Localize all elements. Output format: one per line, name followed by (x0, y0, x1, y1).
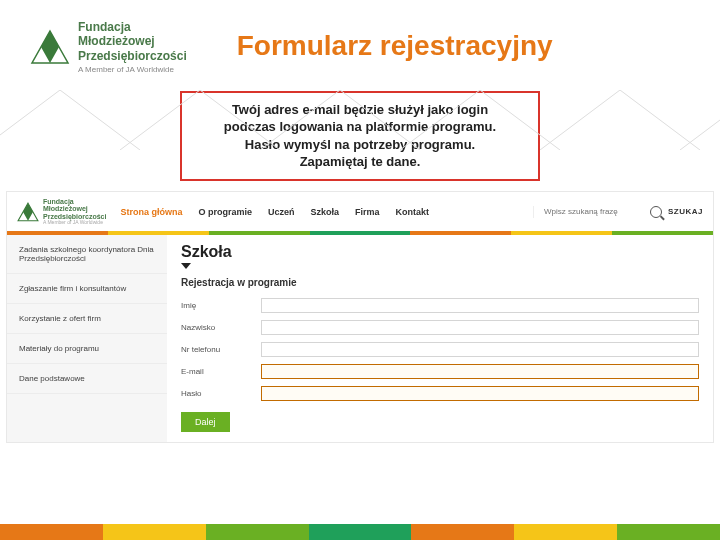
sidebar-item-tasks[interactable]: Zadania szkolnego koordynatora Dnia Prze… (7, 235, 167, 274)
sidebar-item-submit[interactable]: Zgłaszanie firm i konsultantów (7, 274, 167, 304)
label-password: Hasło (181, 389, 261, 398)
sidebar-item-materials[interactable]: Materiały do programu (7, 334, 167, 364)
search-icon[interactable] (650, 206, 662, 218)
org-logo: Fundacja Młodzieżowej Przedsiębiorczości… (30, 20, 187, 75)
phone-field[interactable] (261, 342, 699, 357)
email-field[interactable] (261, 364, 699, 379)
chevron-down-icon (181, 263, 191, 269)
nav-contact[interactable]: Kontakt (396, 207, 430, 217)
app-logo-line: Młodzieżowej (43, 205, 106, 212)
nav-company[interactable]: Firma (355, 207, 380, 217)
page-title: Formularz rejestracyjny (237, 30, 553, 62)
sidebar: Zadania szkolnego koordynatora Dnia Prze… (7, 235, 167, 442)
footer-color-bar (0, 524, 720, 540)
sidebar-item-offers[interactable]: Korzystanie z ofert firm (7, 304, 167, 334)
info-line: Zapamiętaj te dane. (198, 153, 522, 171)
info-callout: Twój adres e-mail będzie służył jako log… (180, 91, 540, 181)
lastname-field[interactable] (261, 320, 699, 335)
sidebar-item-data[interactable]: Dane podstawowe (7, 364, 167, 394)
info-line: podczas logowania na platformie programu… (198, 118, 522, 136)
logo-line: Fundacja (78, 20, 187, 34)
password-field[interactable] (261, 386, 699, 401)
search-input[interactable] (544, 207, 644, 216)
logo-line: Przedsiębiorczości (78, 49, 187, 63)
section-subtitle: Rejestracja w programie (181, 277, 699, 288)
nav-school[interactable]: Szkoła (310, 207, 339, 217)
triangle-logo-icon (30, 29, 70, 65)
triangle-logo-icon (17, 202, 39, 222)
label-phone: Nr telefonu (181, 345, 261, 354)
nav-about[interactable]: O programie (198, 207, 252, 217)
logo-subtitle: A Member of JA Worldwide (78, 65, 187, 75)
logo-line: Młodzieżowej (78, 34, 187, 48)
label-lastname: Nazwisko (181, 323, 261, 332)
next-button[interactable]: Dalej (181, 412, 230, 432)
nav-home[interactable]: Strona główna (120, 207, 182, 217)
info-line: Hasło wymyśl na potrzeby programu. (198, 136, 522, 154)
nav-student[interactable]: Uczeń (268, 207, 295, 217)
app-logo-line: Fundacja (43, 198, 106, 205)
section-title: Szkoła (181, 243, 699, 261)
application-screenshot: Fundacja Młodzieżowej Przedsiębiorczości… (6, 191, 714, 443)
app-logo-subtitle: A Member of JA Worldwide (43, 220, 106, 225)
search-button[interactable]: SZUKAJ (668, 207, 703, 216)
app-logo[interactable]: Fundacja Młodzieżowej Przedsiębiorczości… (17, 198, 106, 225)
firstname-field[interactable] (261, 298, 699, 313)
label-email: E-mail (181, 367, 261, 376)
label-firstname: Imię (181, 301, 261, 310)
info-line: Twój adres e-mail będzie służył jako log… (198, 101, 522, 119)
